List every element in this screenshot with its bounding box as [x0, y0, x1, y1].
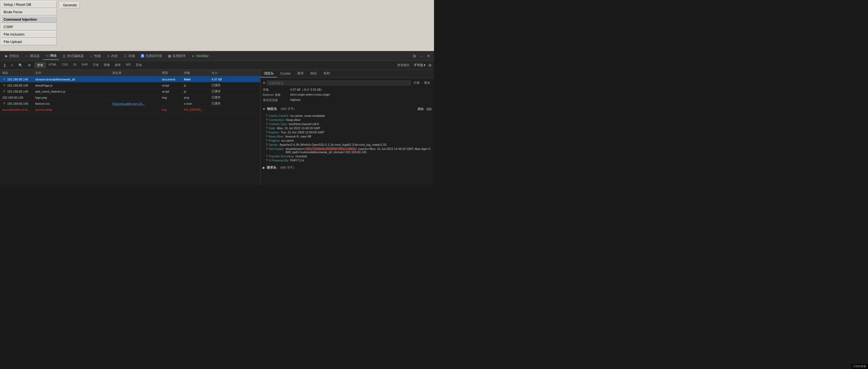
pause-recording-btn[interactable]: || [2, 62, 7, 68]
transmission-section: 传输 4.07 kB（大小 3.52 kB） Referrer 策略 stric… [263, 88, 432, 102]
devtools-more-icon[interactable]: ··· [418, 53, 425, 59]
help-icon[interactable]: ? [266, 135, 268, 138]
row-file: logo.png [33, 96, 110, 99]
original-btn[interactable]: 原始 [417, 107, 424, 111]
filter-tab-other[interactable]: 其他 [133, 62, 144, 68]
header-value: chunked [296, 154, 307, 158]
header-key: Transfer-Encoding: [269, 154, 294, 158]
help-icon[interactable]: ? [266, 126, 268, 130]
priority-label: 请求优先级 [263, 98, 290, 102]
devtools-close-icon[interactable]: ✕ [425, 53, 432, 59]
table-row[interactable]: 192.168.80.145 logo.png img png 已缓存 [0, 94, 260, 101]
search-network-btn[interactable]: 🔍 [17, 62, 24, 68]
filter-tab-ws[interactable]: WS [124, 62, 133, 68]
filter-network-btn[interactable]: ⟳ [26, 62, 32, 68]
tab-memory[interactable]: ≡ 内存 [104, 53, 120, 59]
request-headers-label: 请求头 [267, 165, 277, 170]
help-icon[interactable]: ? [266, 118, 268, 121]
filter-tab-all[interactable]: 所有 [35, 62, 46, 68]
sidebar-item-file-upload[interactable]: File Upload [1, 38, 57, 45]
referrer-value: strict-origin-when-cross-origin [290, 93, 330, 96]
tab-request[interactable]: 请求 [294, 70, 307, 78]
help-icon[interactable]: ? [266, 154, 268, 158]
sidebar-item-csrf[interactable]: CSRF [1, 23, 57, 30]
referrer-label: Referrer 策略 [263, 93, 290, 97]
sidebar-item-command-injection[interactable]: Command Injection [1, 16, 57, 23]
help-icon[interactable]: ? [266, 159, 268, 162]
help-icon[interactable]: ? [266, 114, 268, 117]
tab-network[interactable]: ↑↓ 网络 [43, 52, 59, 60]
main-content: 域名 文件 发起者 类型 传输 大小 ↺192.168.80.145 /dvwa… [0, 70, 434, 184]
details-content: ▼ 拦截 重发 传输 4.07 kB（大小 3.52 kB） Referrer … [260, 78, 434, 184]
throttle-btn[interactable]: 不节流 ▾ [412, 62, 427, 68]
devtools-toolbar: ▶ 控制台 ○ 调试器 ↑↓ 网络 {} 样式编辑器 ♩ 性能 ≡ 内存 ☐ 存… [0, 51, 434, 61]
filter-tab-xhr[interactable]: XHR [79, 62, 90, 68]
help-icon[interactable]: ? [266, 143, 268, 146]
details-tabs: 消息头 Cookie 请求 响应 耗时 [260, 70, 434, 78]
filter-tab-html[interactable]: HTML [46, 62, 59, 68]
th-type: 类型 [160, 70, 182, 76]
reload-icon: ↺ [2, 90, 6, 93]
th-initiator: 发起者 [110, 70, 160, 76]
header-key: Set-Cookie: [269, 147, 284, 150]
network-toolbar: || + 🔍 ⟳ 所有 HTML CSS JS XHR 字体 图像 媒体 WS … [0, 61, 434, 70]
table-row[interactable]: sourcebucket.s3.ladyd... aurora.webp img… [0, 107, 260, 113]
response-headers-section-header[interactable]: 响应头 （552 字节） 原始 [263, 106, 432, 112]
filter-tab-media[interactable]: 媒体 [113, 62, 123, 68]
tab-timing[interactable]: 耗时 [320, 70, 334, 78]
settings-gear-icon[interactable]: ⚙ [428, 63, 432, 67]
tab-cookie[interactable]: Cookie [277, 70, 294, 77]
table-row[interactable]: ↺192.168.80.145 dvwaPage.js script js 已缓… [0, 82, 260, 88]
help-icon[interactable]: ? [266, 139, 268, 142]
table-row[interactable]: ↺192.168.80.145 add_event_listeners.js s… [0, 88, 260, 94]
tab-storage-label: 存储 [128, 54, 135, 58]
sidebar-item-brute-force[interactable]: Brute Force [1, 8, 57, 16]
header-item-date: ? Date: Mon, 31 Jul 2023 13:49:20 GMT [266, 126, 432, 130]
tab-response[interactable]: 响应 [307, 70, 320, 78]
row-type: img [160, 108, 182, 111]
help-icon[interactable]: ? [266, 147, 268, 150]
tab-performance[interactable]: ♩ 性能 [87, 53, 103, 59]
tab-style-editor[interactable]: {} 样式编辑器 [60, 53, 86, 59]
resend-btn[interactable]: 重发 [423, 80, 432, 85]
network-toolbar-right: 禁用缓存 不节流 ▾ ⚙ [396, 62, 432, 68]
table-row[interactable]: ↺192.168.80.145 /dvwa/vulnerabilities/we… [0, 76, 260, 82]
raw-toggle[interactable] [426, 108, 432, 111]
tab-accessibility[interactable]: ♿ 无障碍环境 [138, 53, 164, 59]
sidebar-item-file-inclusion[interactable]: File Inclusion [1, 31, 57, 38]
help-icon[interactable]: ? [266, 122, 268, 126]
tab-storage[interactable]: ☐ 存储 [121, 53, 137, 59]
row-domain: ↺192.168.80.145 [0, 78, 33, 81]
tab-network-label: 网络 [50, 54, 57, 58]
tab-debugger[interactable]: ○ 调试器 [23, 53, 42, 59]
table-row[interactable]: ↺192.168.80.145 favicon.ico FaviconLoade… [0, 101, 260, 107]
generate-button[interactable]: Generate [60, 2, 80, 8]
tab-hackbar[interactable]: ● HackBar [189, 53, 211, 59]
clear-network-btn[interactable]: + [9, 62, 14, 68]
devtools-dock-icon[interactable]: ⧉ [411, 53, 417, 59]
filter-messages-input[interactable] [267, 81, 411, 85]
disable-cache-btn[interactable]: 禁用缓存 [396, 62, 411, 68]
transmission-label: 传输 [263, 88, 290, 92]
header-item-content-type: ? Content-Type: text/html;charset=utf-8 [266, 122, 432, 126]
filter-tab-image[interactable]: 图像 [102, 62, 112, 68]
request-headers-section-header[interactable]: 请求头 （645 字节） [263, 164, 432, 171]
priority-value: Highest [290, 98, 301, 102]
header-value: no-cache [281, 139, 293, 142]
help-icon[interactable]: ? [266, 131, 268, 134]
top-section: Setup / Reset DB Brute Force Command Inj… [0, 0, 434, 51]
tab-messages[interactable]: 消息头 [260, 70, 277, 78]
table-body: ↺192.168.80.145 /dvwa/vulnerabilities/we… [0, 76, 260, 184]
tab-console[interactable]: ▶ 控制台 [2, 53, 22, 59]
header-key: Server: [269, 143, 278, 146]
row-type: document [160, 78, 182, 81]
performance-icon: ♩ [89, 54, 93, 58]
tab-debugger-label: 调试器 [30, 54, 40, 58]
filter-tab-js[interactable]: JS [71, 62, 79, 68]
filter-tab-css[interactable]: CSS [60, 62, 70, 68]
tab-console-label: 控制台 [9, 54, 19, 58]
filter-tab-font[interactable]: 字体 [91, 62, 101, 68]
setup-reset-btn[interactable]: Setup / Reset DB [1, 1, 57, 8]
tab-application[interactable]: ▦ 应用程序 [165, 53, 188, 59]
intercept-btn[interactable]: 拦截 [412, 80, 421, 85]
